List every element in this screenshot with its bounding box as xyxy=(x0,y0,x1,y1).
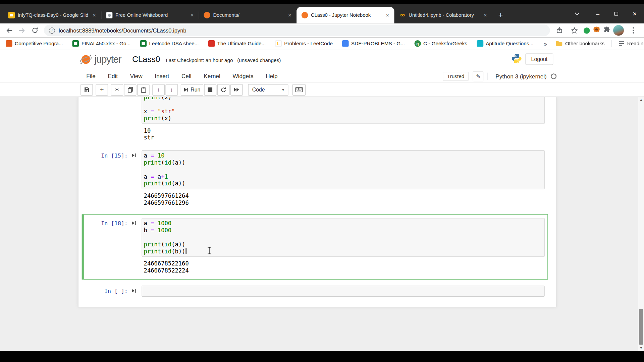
url-bar[interactable]: i localhost:8889/notebooks/Documents/CLa… xyxy=(44,24,550,36)
metamask-extension-icon[interactable] xyxy=(593,26,600,34)
back-icon[interactable] xyxy=(3,24,15,37)
cell-input[interactable] xyxy=(142,286,544,297)
tab-whiteboard[interactable]: Free Online Whiteboard × xyxy=(101,7,199,23)
scroll-down-icon[interactable]: ▼ xyxy=(638,345,644,351)
bookmark-label: The Ultimate Guide... xyxy=(217,41,266,46)
menu-edit[interactable]: Edit xyxy=(108,73,118,79)
add-cell-button[interactable]: + xyxy=(96,84,108,95)
tab-close-icon[interactable]: × xyxy=(384,12,391,19)
bookmark-item[interactable]: gC - GeeksforGeeks xyxy=(414,40,467,47)
bookmark-item[interactable]: Leetcode DSA shee... xyxy=(140,40,199,47)
bookmark-item[interactable]: The Ultimate Guide... xyxy=(208,40,266,47)
kernel-idle-indicator-icon xyxy=(551,73,556,79)
cell-output: 10 str xyxy=(84,127,545,141)
browser-tab-strip: InfyTQ-class-Day0 - Google Slid... × Fre… xyxy=(0,4,644,23)
tab-close-icon[interactable]: × xyxy=(482,12,489,19)
forward-icon[interactable] xyxy=(16,24,28,37)
code-cell[interactable]: In [15]:a = 10print(id(a)) a = a+1print(… xyxy=(82,146,548,209)
command-palette-button[interactable] xyxy=(292,84,306,95)
jupyter-page: jupyter CLass0 Last Checkpoint: an hour … xyxy=(0,50,644,351)
cell-input[interactable]: print(x) x = "str"print(x) xyxy=(142,97,544,124)
interrupt-kernel-button[interactable] xyxy=(204,84,216,95)
jupyter-logo[interactable]: jupyter xyxy=(79,53,121,66)
tab-close-icon[interactable]: × xyxy=(286,12,293,19)
tab-close-icon[interactable]: × xyxy=(91,12,98,19)
run-button[interactable]: Run xyxy=(181,84,203,95)
tab-list: InfyTQ-class-Day0 - Google Slid... × Fre… xyxy=(3,7,507,23)
adblock-extension-icon[interactable] xyxy=(584,27,590,33)
restart-run-all-button[interactable] xyxy=(230,84,243,95)
cell-type-value: Code xyxy=(252,86,265,93)
logout-button[interactable]: Logout xyxy=(525,53,553,65)
unsaved-changes-text: (unsaved changes) xyxy=(237,57,281,63)
code-cell[interactable]: In [18]:a = 1000b = 1000 print(id(a))pri… xyxy=(82,214,548,280)
cell-input[interactable]: a = 1000b = 1000 print(id(a))print(id(b)… xyxy=(142,218,544,257)
tab-jupyter-notebook-active[interactable]: CLass0 - Jupyter Notebook × xyxy=(297,7,394,23)
leetcode-icon: L xyxy=(275,40,282,47)
menu-file[interactable]: File xyxy=(86,73,96,79)
reading-list-icon xyxy=(618,41,625,46)
minimize-button[interactable]: – xyxy=(589,4,607,23)
bookmark-label: FINAL450.xlsx - Go... xyxy=(82,41,130,46)
paste-cell-button[interactable] xyxy=(137,84,150,95)
trusted-button[interactable]: Trusted xyxy=(442,72,469,81)
keyboard-icon xyxy=(295,87,303,93)
code-cell[interactable]: In [ ]: xyxy=(82,282,548,300)
bookmark-star-icon[interactable] xyxy=(569,24,581,37)
bookmark-item[interactable]: SDE-PROBLEMS - G... xyxy=(342,40,405,47)
notebook-title[interactable]: CLass0 xyxy=(132,55,160,64)
bookmark-item[interactable]: LProblems - LeetCode xyxy=(275,40,333,47)
maximize-button[interactable] xyxy=(607,4,626,23)
menu-cell[interactable]: Cell xyxy=(181,73,192,79)
menu-widgets[interactable]: Widgets xyxy=(233,73,254,79)
move-cell-up-button[interactable]: ↑ xyxy=(152,84,165,95)
new-tab-button[interactable]: + xyxy=(494,9,507,21)
tab-jupyter-documents[interactable]: Documents/ × xyxy=(199,7,297,23)
save-button[interactable] xyxy=(80,84,93,95)
other-bookmarks-button[interactable]: Other bookmarks xyxy=(556,41,605,46)
bookmark-item[interactable]: FINAL450.xlsx - Go... xyxy=(72,40,130,47)
tab-search-chevron-icon[interactable] xyxy=(571,12,583,15)
menu-help[interactable]: Help xyxy=(266,73,277,79)
scrollbar-thumb[interactable] xyxy=(639,309,643,345)
menu-kernel[interactable]: Kernel xyxy=(204,73,220,79)
reload-icon[interactable] xyxy=(29,24,41,37)
docs-icon xyxy=(342,40,349,47)
code-cell[interactable]: print(x) x = "str"print(x)10 str xyxy=(82,97,548,144)
restart-kernel-button[interactable] xyxy=(217,84,230,95)
extensions-puzzle-icon[interactable] xyxy=(603,26,610,34)
divider xyxy=(611,40,611,47)
cell-type-dropdown[interactable]: Code ▾ xyxy=(248,84,288,95)
close-window-button[interactable]: × xyxy=(626,4,644,23)
menu-view[interactable]: View xyxy=(130,73,143,79)
bookmark-item[interactable]: Competitive Progra... xyxy=(6,40,63,47)
notebook-scroll-area[interactable]: print(x) x = "str"print(x)10 strIn [15]:… xyxy=(0,97,644,351)
cut-cell-button[interactable]: ✂ xyxy=(111,84,123,95)
menu-insert[interactable]: Insert xyxy=(155,73,169,79)
tab-title: Free Online Whiteboard xyxy=(115,12,185,18)
tab-title: Documents/ xyxy=(213,12,283,18)
run-cell-icon[interactable] xyxy=(131,221,137,225)
move-cell-down-button[interactable]: ↓ xyxy=(165,84,178,95)
profile-avatar[interactable] xyxy=(613,25,624,36)
run-cell-icon[interactable] xyxy=(131,153,137,158)
bookmark-item[interactable]: Aptitude Questions... xyxy=(477,40,533,47)
bookmarks-overflow-chevron[interactable]: » xyxy=(544,40,547,47)
notebook-cells: print(x) x = "str"print(x)10 strIn [15]:… xyxy=(82,97,548,300)
notebook-scrollbar[interactable]: ▲ ▼ xyxy=(638,97,644,351)
reading-list-button[interactable]: Reading list xyxy=(618,41,644,46)
run-cell-icon[interactable] xyxy=(131,289,137,293)
share-icon[interactable] xyxy=(553,24,565,37)
cell-prompt: In [ ]: xyxy=(104,288,128,295)
tab-colab[interactable]: ∞ Untitled4.ipynb - Colaboratory × xyxy=(394,7,492,23)
scroll-up-icon[interactable]: ▲ xyxy=(638,97,644,103)
copy-cell-button[interactable] xyxy=(124,84,137,95)
browser-menu-icon[interactable] xyxy=(627,24,639,37)
divider xyxy=(488,72,488,80)
tab-close-icon[interactable]: × xyxy=(189,12,196,19)
text-cursor xyxy=(207,247,211,256)
site-info-icon[interactable]: i xyxy=(49,27,55,33)
tab-google-slides[interactable]: InfyTQ-class-Day0 - Google Slid... × xyxy=(3,7,101,23)
cell-input[interactable]: a = 10print(id(a)) a = a+1print(id(a)) xyxy=(142,150,544,189)
edit-title-button[interactable]: ✎ xyxy=(473,71,484,81)
